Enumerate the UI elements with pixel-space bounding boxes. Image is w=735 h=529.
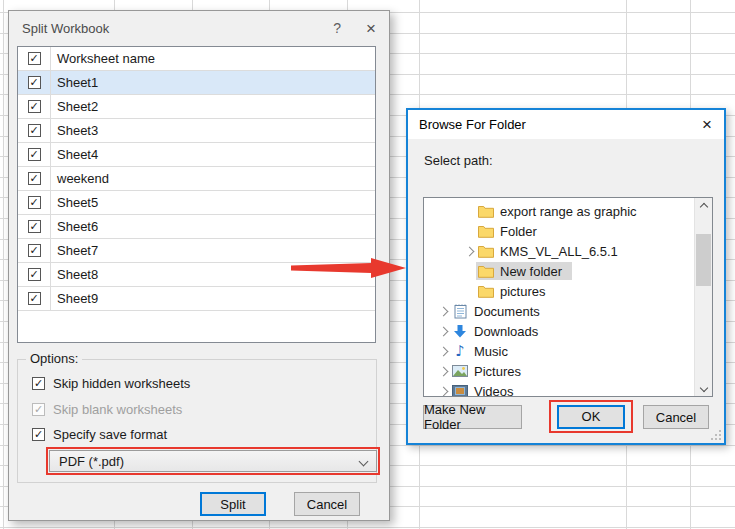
red-annotation-box-format: PDF (*.pdf) xyxy=(46,447,380,475)
help-icon[interactable]: ? xyxy=(324,20,350,36)
checkbox-cell: ✓ xyxy=(18,215,51,238)
worksheet-row[interactable]: ✓ Sheet5 xyxy=(18,191,375,215)
scrollbar-thumb[interactable] xyxy=(696,234,711,286)
browse-for-folder-dialog: Browse For Folder × Select path: export … xyxy=(406,108,726,445)
check-icon: ✓ xyxy=(29,293,38,304)
resize-grip[interactable] xyxy=(711,430,721,440)
select-path-label: Select path: xyxy=(424,153,493,168)
chevron-down-icon xyxy=(359,456,369,466)
worksheet-checkbox[interactable]: ✓ xyxy=(28,148,41,161)
checkbox-cell: ✓ xyxy=(18,167,51,190)
check-icon: ✓ xyxy=(29,125,38,136)
make-new-folder-label: Make New Folder xyxy=(424,402,521,432)
music-icon: ♪ xyxy=(452,343,468,359)
expander-icon[interactable] xyxy=(436,368,450,375)
worksheet-checkbox[interactable]: ✓ xyxy=(28,220,41,233)
worksheet-checkbox[interactable]: ✓ xyxy=(28,268,41,281)
worksheet-checkbox[interactable]: ✓ xyxy=(28,244,41,257)
ok-button[interactable]: OK xyxy=(557,405,625,429)
worksheet-row[interactable]: ✓ Sheet2 xyxy=(18,95,375,119)
save-format-dropdown[interactable]: PDF (*.pdf) xyxy=(49,450,377,472)
tree-item-label: export range as graphic xyxy=(500,204,637,219)
worksheet-name: Sheet7 xyxy=(51,239,98,262)
close-icon[interactable]: × xyxy=(366,20,376,37)
make-new-folder-button[interactable]: Make New Folder xyxy=(423,405,522,429)
worksheet-checkbox[interactable]: ✓ xyxy=(28,172,41,185)
folder-tree-rows: export range as graphic Folder KMS_VL_AL… xyxy=(424,201,695,397)
skip-hidden-worksheets-option[interactable]: ✓ Skip hidden worksheets xyxy=(32,376,190,391)
skip-hidden-checkbox[interactable]: ✓ xyxy=(32,377,45,390)
folder-icon xyxy=(478,263,494,279)
tree-item[interactable]: KMS_VL_ALL_6.5.1 xyxy=(424,241,695,261)
tree-item-label: Videos xyxy=(474,384,514,398)
chevron-up-icon xyxy=(699,202,707,210)
worksheet-row[interactable]: ✓ Sheet6 xyxy=(18,215,375,239)
worksheet-name: Sheet9 xyxy=(51,287,98,310)
tree-item[interactable]: ♪Music xyxy=(424,341,695,361)
worksheet-name: Sheet5 xyxy=(51,191,98,214)
folder-icon xyxy=(478,223,494,239)
tree-item[interactable]: Downloads xyxy=(424,321,695,341)
expander-icon[interactable] xyxy=(462,248,476,255)
tree-item[interactable]: pictures xyxy=(424,281,695,301)
worksheet-checkbox[interactable]: ✓ xyxy=(28,100,41,113)
folder-tree: export range as graphic Folder KMS_VL_AL… xyxy=(423,197,713,397)
worksheet-row[interactable]: ✓ Sheet1 xyxy=(18,71,375,95)
expander-icon[interactable] xyxy=(436,308,450,315)
worksheet-row[interactable]: ✓ Sheet4 xyxy=(18,143,375,167)
tree-scrollbar[interactable] xyxy=(694,198,712,396)
checkbox-cell: ✓ xyxy=(18,239,51,262)
split-workbook-titlebar[interactable]: Split Workbook ? × xyxy=(9,11,389,45)
cancel-button-label: Cancel xyxy=(307,497,347,512)
checkbox-cell: ✓ xyxy=(18,263,51,286)
checkbox-cell: ✓ xyxy=(18,143,51,166)
split-button[interactable]: Split xyxy=(200,492,266,516)
check-icon: ✓ xyxy=(29,53,38,64)
red-arrow-icon xyxy=(291,255,408,281)
worksheet-checkbox[interactable]: ✓ xyxy=(28,124,41,137)
browse-title: Browse For Folder xyxy=(419,117,702,132)
check-icon: ✓ xyxy=(29,149,38,160)
expander-icon[interactable] xyxy=(436,388,450,395)
tree-item-label: Documents xyxy=(474,304,540,319)
browse-cancel-button[interactable]: Cancel xyxy=(643,405,709,429)
tree-item[interactable]: Pictures xyxy=(424,361,695,381)
worksheet-name: Sheet3 xyxy=(51,119,98,142)
worksheet-checkbox[interactable]: ✓ xyxy=(28,292,41,305)
specify-format-label: Specify save format xyxy=(53,427,167,442)
browse-cancel-label: Cancel xyxy=(656,410,696,425)
worksheet-row[interactable]: ✓ Sheet9 xyxy=(18,287,375,311)
tree-item[interactable]: Folder xyxy=(424,221,695,241)
worksheet-checkbox[interactable]: ✓ xyxy=(28,196,41,209)
scroll-down-button[interactable] xyxy=(695,379,712,396)
cancel-button[interactable]: Cancel xyxy=(294,492,360,516)
skip-blank-worksheets-option: ✓ Skip blank worksheets xyxy=(32,402,182,417)
check-icon: ✓ xyxy=(34,429,43,440)
tree-item[interactable]: export range as graphic xyxy=(424,201,695,221)
close-icon[interactable]: × xyxy=(702,116,712,133)
specify-format-checkbox[interactable]: ✓ xyxy=(32,428,45,441)
chevron-down-icon xyxy=(699,383,707,391)
scroll-up-button[interactable] xyxy=(695,198,712,215)
tree-item[interactable]: Videos xyxy=(424,381,695,397)
checkbox-cell: ✓ xyxy=(18,95,51,118)
skip-blank-checkbox: ✓ xyxy=(32,403,45,416)
select-all-checkbox[interactable]: ✓ xyxy=(28,52,41,65)
expander-icon[interactable] xyxy=(436,328,450,335)
checkbox-cell: ✓ xyxy=(18,119,51,142)
worksheet-row[interactable]: ✓ Sheet3 xyxy=(18,119,375,143)
tree-item-selected[interactable]: New folder xyxy=(424,261,695,281)
check-icon: ✓ xyxy=(29,269,38,280)
worksheet-checkbox[interactable]: ✓ xyxy=(28,76,41,89)
specify-save-format-option[interactable]: ✓ Specify save format xyxy=(32,427,167,442)
worksheet-row[interactable]: ✓ weekend xyxy=(18,167,375,191)
tree-item-label: Downloads xyxy=(474,324,538,339)
expander-icon[interactable] xyxy=(436,348,450,355)
browse-titlebar[interactable]: Browse For Folder × xyxy=(408,110,724,139)
check-icon: ✓ xyxy=(29,197,38,208)
skip-hidden-label: Skip hidden worksheets xyxy=(53,376,190,391)
checkbox-cell: ✓ xyxy=(18,287,51,310)
red-arrow-annotation xyxy=(291,255,408,285)
tree-item-label: Pictures xyxy=(474,364,521,379)
tree-item[interactable]: Documents xyxy=(424,301,695,321)
